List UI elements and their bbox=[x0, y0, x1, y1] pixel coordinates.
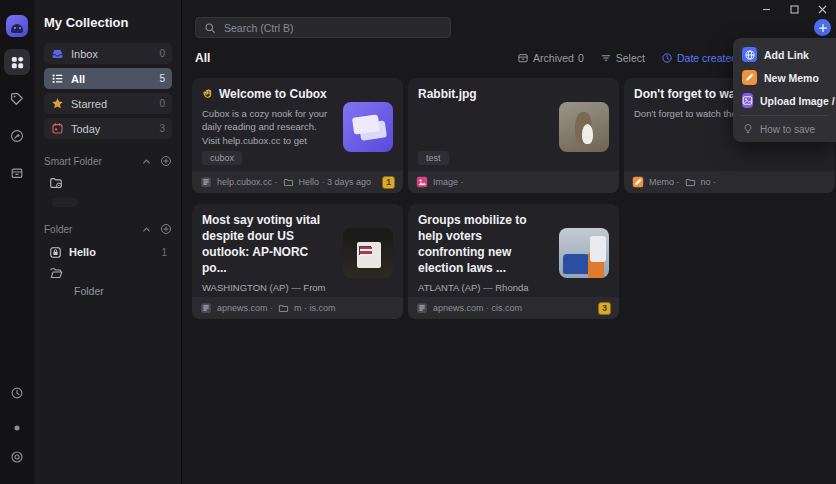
menu-item-add-link[interactable]: Add Link bbox=[733, 43, 836, 66]
app-window: My Collection Inbox0All5Starred0Today3 S… bbox=[0, 0, 836, 484]
menu-item-label: Upload Image / file bbox=[760, 95, 836, 107]
card-tag[interactable]: cubox bbox=[202, 151, 242, 165]
add-button[interactable] bbox=[814, 19, 831, 36]
loading-shimmer bbox=[52, 198, 78, 207]
card-meta-text: no · bbox=[701, 177, 717, 187]
card-footer: Memo ·no · bbox=[624, 171, 835, 193]
card-content: Rabbit.jpg bbox=[408, 78, 619, 103]
folder-icon bbox=[278, 303, 289, 314]
rail-item-history[interactable] bbox=[10, 386, 24, 404]
search-bar[interactable] bbox=[195, 17, 451, 38]
card-footer: help.cubox.cc ·Hello · 3 days ago1 bbox=[192, 171, 403, 193]
sort-by-date-created[interactable]: Date created: bbox=[661, 52, 740, 64]
card-title: Welcome to Cubox bbox=[202, 87, 335, 103]
plus-icon bbox=[818, 23, 828, 33]
annotation-count-badge: 3 bbox=[598, 302, 611, 315]
folder-section-header: Folder bbox=[44, 223, 172, 235]
sidebar-item-label: Inbox bbox=[71, 48, 98, 60]
sidebar-folder-item-hello[interactable]: Hello1 bbox=[44, 242, 172, 262]
collapse-chevron-icon[interactable] bbox=[141, 156, 152, 167]
card-footer: apnews.com · cis.com3 bbox=[408, 297, 619, 319]
card[interactable]: Groups mobilize to help voters confronti… bbox=[408, 204, 619, 319]
card-thumbnail bbox=[343, 228, 393, 278]
calendar-icon bbox=[51, 122, 64, 135]
rail-item-tags[interactable] bbox=[4, 86, 30, 112]
folder-smart-icon bbox=[49, 176, 63, 190]
add-menu-list: Add LinkNew MemoUpload Image / file bbox=[733, 43, 836, 112]
sidebar-folder-item-folder[interactable]: Folder bbox=[44, 266, 172, 297]
folder-item-count: 1 bbox=[161, 247, 167, 258]
smart-folder-item[interactable] bbox=[44, 176, 172, 190]
card-thumbnail bbox=[559, 102, 609, 152]
annotations-icon bbox=[10, 129, 24, 143]
sidebar-item-label: Starred bbox=[71, 98, 107, 110]
card[interactable]: Welcome to CuboxCubox is a cozy nook for… bbox=[192, 78, 403, 193]
sidebar-item-all[interactable]: All5 bbox=[44, 68, 172, 89]
card-thumbnail bbox=[559, 228, 609, 278]
sidebar-item-label: Today bbox=[71, 123, 100, 135]
card-meta-text: apnews.com · bbox=[217, 303, 273, 313]
rail-item-status-dot bbox=[13, 418, 21, 436]
filter-lines-icon bbox=[600, 52, 612, 64]
folder-item-label: Hello bbox=[69, 246, 96, 258]
close-button[interactable] bbox=[808, 0, 836, 18]
card-title: Rabbit.jpg bbox=[418, 87, 551, 103]
status-dot-icon bbox=[13, 424, 21, 432]
card-tag[interactable]: test bbox=[418, 151, 449, 165]
card-meta-text: help.cubox.cc · bbox=[217, 177, 278, 187]
rail-item-archive[interactable] bbox=[4, 160, 30, 186]
favicon-icon bbox=[200, 302, 212, 314]
cubox-logo-icon[interactable] bbox=[6, 15, 28, 37]
archived-filter[interactable]: Archived 0 bbox=[517, 52, 584, 64]
rail-item-collections[interactable] bbox=[4, 49, 30, 75]
card[interactable]: Most say voting vital despite dour US ou… bbox=[192, 204, 403, 319]
smart-folder-section-header: Smart Folder bbox=[44, 155, 172, 167]
sidebar-collection-list: Inbox0All5Starred0Today3 bbox=[44, 43, 172, 139]
clock-icon bbox=[661, 52, 673, 64]
folder-icon bbox=[283, 177, 294, 188]
rail-item-annotations[interactable] bbox=[4, 123, 30, 149]
card-meta-text: Hello · 3 days ago bbox=[299, 177, 372, 187]
memo-badge-icon bbox=[632, 176, 644, 188]
favicon-icon bbox=[200, 176, 212, 188]
search-input[interactable] bbox=[222, 21, 442, 35]
archived-count: 0 bbox=[578, 52, 584, 64]
archive-icon bbox=[10, 166, 24, 180]
collections-icon bbox=[10, 55, 25, 70]
sidebar-item-count: 0 bbox=[159, 98, 165, 109]
how-to-save-item[interactable]: How to save bbox=[733, 119, 836, 139]
image-badge-icon bbox=[416, 176, 428, 188]
maximize-button[interactable] bbox=[780, 0, 808, 18]
list-icon bbox=[51, 72, 64, 85]
settings-icon bbox=[10, 450, 24, 464]
folder-section-label: Folder bbox=[44, 224, 133, 235]
card-thumbnail bbox=[343, 102, 393, 152]
hand-wave-icon bbox=[202, 88, 214, 100]
add-folder-icon[interactable] bbox=[160, 223, 172, 235]
sidebar-title: My Collection bbox=[44, 15, 172, 30]
select-button[interactable]: Select bbox=[600, 52, 645, 64]
inbox-icon bbox=[51, 47, 64, 60]
rail-item-settings[interactable] bbox=[10, 450, 24, 468]
collapse-chevron-icon[interactable] bbox=[141, 224, 152, 235]
card-snippet: Cubox is a cozy nook for your daily read… bbox=[202, 107, 335, 148]
sidebar: My Collection Inbox0All5Starred0Today3 S… bbox=[34, 0, 182, 484]
sidebar-item-count: 5 bbox=[159, 73, 165, 84]
lightbulb-icon bbox=[742, 123, 754, 135]
card-title: Most say voting vital despite dour US ou… bbox=[202, 213, 335, 277]
rail-bottom bbox=[10, 386, 24, 468]
sidebar-item-inbox[interactable]: Inbox0 bbox=[44, 43, 172, 64]
folder-item-label: Folder bbox=[74, 285, 172, 297]
sidebar-item-starred[interactable]: Starred0 bbox=[44, 93, 172, 114]
card-meta-text: apnews.com · cis.com bbox=[433, 303, 522, 313]
card-meta-text: Image · bbox=[433, 177, 464, 187]
menu-divider bbox=[741, 115, 828, 116]
menu-item-label: Add Link bbox=[764, 49, 809, 61]
folder-lock-icon bbox=[49, 246, 62, 259]
card[interactable]: Rabbit.jpgtestImage · bbox=[408, 78, 619, 193]
menu-item-new-memo[interactable]: New Memo bbox=[733, 66, 836, 89]
minimize-button[interactable] bbox=[752, 0, 780, 18]
menu-item-upload-image-file[interactable]: Upload Image / file bbox=[733, 89, 836, 112]
sidebar-item-today[interactable]: Today3 bbox=[44, 118, 172, 139]
add-smart-folder-icon[interactable] bbox=[160, 155, 172, 167]
